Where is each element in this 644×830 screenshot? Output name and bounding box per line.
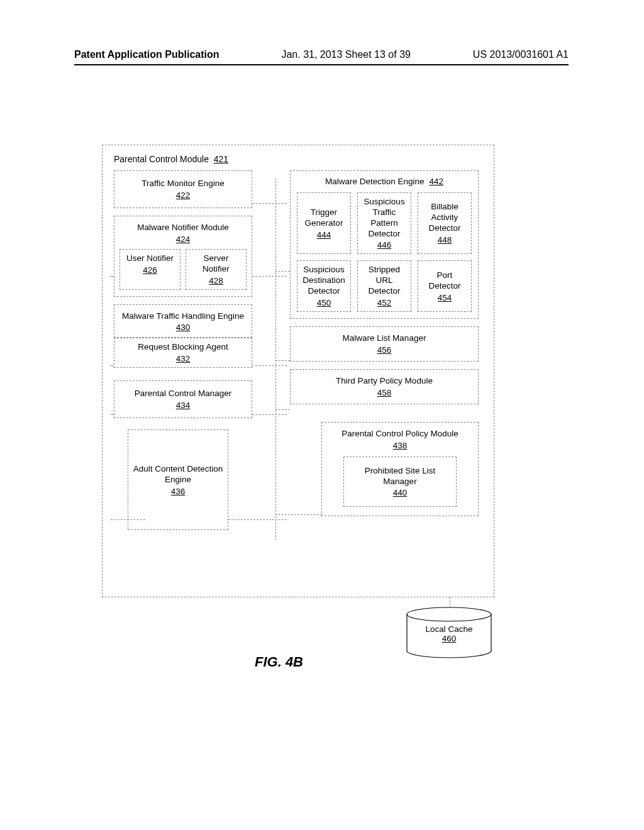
header-left: Patent Application Publication [74, 49, 219, 60]
module-title-num: 421 [214, 154, 228, 164]
connector-blocking [252, 365, 287, 366]
mal-detect-label: Malware Detection Engine [325, 177, 425, 186]
box-label: Suspicious Destination Detector [301, 265, 347, 297]
box-label: User Notifier [124, 253, 176, 264]
malware-traffic-handling-engine: Malware Traffic Handling Engine 430 [114, 304, 252, 338]
box-num: 458 [297, 388, 472, 397]
malware-notifier-module: Malware Notifier Module 424 User Notifie… [114, 216, 252, 297]
box-label: Traffic Monitor Engine [118, 179, 248, 189]
connector-detect [111, 276, 114, 277]
box-label: Malware Notifier Module [119, 223, 247, 233]
figure-caption: FIG. 4B [255, 654, 303, 670]
box-num: 430 [119, 323, 247, 332]
malware-list-manager: Malware List Manager 456 [290, 326, 479, 362]
box-label: Parental Control Manager [118, 389, 248, 399]
box-num: 448 [422, 235, 467, 245]
box-label: Trigger Generator [301, 208, 347, 229]
box-num: 436 [132, 487, 224, 496]
svg-point-0 [407, 607, 491, 621]
header-right: US 2013/0031601 A1 [473, 49, 569, 60]
suspicious-traffic-detector: Suspicious Traffic Pattern Detector 446 [357, 192, 411, 255]
box-label: Parental Control Policy Module [331, 429, 469, 440]
box-num: 426 [124, 265, 176, 275]
connector-thirdparty [111, 414, 114, 415]
connector-mallist [111, 365, 114, 366]
box-num: 440 [348, 488, 452, 497]
box-num: 428 [190, 276, 242, 285]
cache-label: Local Cache [425, 624, 472, 634]
connector-traffic [252, 203, 287, 204]
box-label: Server Notifier [190, 253, 242, 275]
box-num: 424 [119, 235, 247, 244]
connector-spine-right-1 [275, 271, 290, 272]
connector-adult [228, 519, 287, 520]
connector-spine-right-4 [275, 514, 321, 515]
local-cache-cylinder: Local Cache 460 [406, 607, 492, 658]
cache-num: 460 [406, 634, 492, 643]
adult-content-detection-engine: Adult Content Detection Engine 436 [128, 429, 228, 530]
billable-activity-detector: Billable Activity Detector 448 [418, 192, 472, 255]
box-num: 434 [118, 401, 248, 410]
box-label: Malware Detection Engine 442 [325, 177, 443, 186]
stripped-url-detector: Stripped URL Detector 452 [357, 260, 411, 312]
page-header: Patent Application Publication Jan. 31, … [74, 49, 569, 65]
connector-pcmanager [252, 414, 287, 415]
parental-control-manager: Parental Control Manager 434 [114, 380, 252, 418]
parental-control-module: Parental Control Module 421 Traffic Moni… [102, 145, 494, 597]
box-label: Prohibited Site List Manager [348, 466, 452, 487]
box-label: Malware List Manager [297, 333, 472, 344]
trigger-generator: Trigger Generator 444 [297, 192, 351, 255]
connector-notifier [252, 276, 287, 277]
box-num: 432 [118, 354, 248, 363]
box-label: Suspicious Traffic Pattern Detector [362, 197, 407, 240]
connector-spine-right-2 [275, 360, 290, 361]
box-num: 422 [118, 191, 248, 200]
prohibited-site-list-manager: Prohibited Site List Manager 440 [343, 456, 457, 507]
box-num: 444 [301, 230, 347, 240]
box-num: 450 [301, 298, 347, 307]
box-label: Third Party Policy Module [297, 376, 472, 387]
parental-control-policy-module: Parental Control Policy Module 438 Prohi… [321, 422, 479, 517]
user-notifier: User Notifier 426 [119, 249, 180, 290]
box-num: 454 [422, 293, 467, 302]
traffic-monitor-engine: Traffic Monitor Engine 422 [114, 170, 252, 208]
third-party-policy-module: Third Party Policy Module 458 [290, 369, 479, 404]
box-label: Stripped URL Detector [362, 265, 407, 297]
connector-pcpolicy [111, 519, 145, 520]
connector-spine-right-3 [275, 409, 290, 410]
module-title-label: Parental Control Module [114, 154, 209, 164]
box-num: 456 [297, 345, 472, 355]
box-label: Adult Content Detection Engine [132, 464, 224, 485]
server-notifier: Server Notifier 428 [186, 249, 247, 290]
malware-detection-engine: Malware Detection Engine 442 Trigger Gen… [290, 170, 479, 319]
mal-detect-num: 442 [429, 177, 443, 186]
box-num: 446 [362, 240, 407, 250]
box-label: Request Blocking Agent [118, 342, 248, 353]
box-num: 452 [362, 298, 407, 307]
box-label: Port Detector [422, 270, 467, 292]
suspicious-destination-detector: Suspicious Destination Detector 450 [297, 260, 351, 312]
header-center: Jan. 31, 2013 Sheet 13 of 39 [281, 49, 411, 60]
port-detector: Port Detector 454 [418, 260, 472, 312]
box-num: 438 [331, 441, 469, 450]
module-title: Parental Control Module 421 [114, 154, 482, 164]
box-label: Billable Activity Detector [422, 202, 467, 234]
request-blocking-agent: Request Blocking Agent 432 [114, 338, 252, 368]
box-label: Malware Traffic Handling Engine [119, 311, 247, 322]
